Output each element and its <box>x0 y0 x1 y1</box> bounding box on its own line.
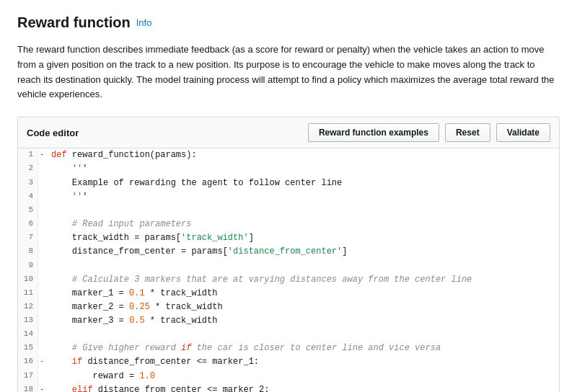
code-content: track_width = params['track_width'] <box>45 231 260 245</box>
code-content: ''' <box>45 162 93 176</box>
code-content: # Read input parameters <box>45 218 197 231</box>
page-container: Reward function Info The reward function… <box>0 0 577 392</box>
code-line: 18- elif distance_from_center <= marker_… <box>18 383 559 392</box>
code-content: elif distance_from_center <= marker_2: <box>45 383 275 392</box>
code-line: 12 marker_2 = 0.25 * track_width <box>18 300 559 314</box>
line-marker <box>38 190 45 204</box>
editor-toolbar: Code editor Reward function examples Res… <box>18 117 559 148</box>
code-content: # Give higher reward if the car is close… <box>45 342 446 355</box>
code-content: Example of rewarding the agent to follow… <box>45 177 348 190</box>
code-line: 4 ''' <box>18 190 559 204</box>
line-number: 8 <box>18 245 38 259</box>
code-content: ''' <box>45 190 93 204</box>
line-number: 13 <box>18 314 38 328</box>
editor-container: Code editor Reward function examples Res… <box>17 117 560 392</box>
code-content <box>45 259 57 273</box>
line-number: 11 <box>18 287 38 300</box>
line-marker: - <box>38 383 45 392</box>
page-title: Reward function <box>17 14 131 31</box>
line-number: 12 <box>18 300 38 314</box>
line-number: 18 <box>18 383 38 392</box>
line-marker <box>38 218 45 231</box>
code-content: reward = 1.0 <box>45 370 161 383</box>
line-marker <box>38 314 45 328</box>
code-line: 3 Example of rewarding the agent to foll… <box>18 177 559 190</box>
line-marker <box>38 259 45 273</box>
line-marker <box>38 177 45 190</box>
line-marker <box>38 328 45 342</box>
code-content: marker_1 = 0.1 * track_width <box>45 287 223 300</box>
line-number: 1 <box>18 148 38 162</box>
line-number: 2 <box>18 162 38 176</box>
code-line: 11 marker_1 = 0.1 * track_width <box>18 287 559 300</box>
code-content: marker_2 = 0.25 * track_width <box>45 300 229 314</box>
line-marker <box>38 231 45 245</box>
toolbar-buttons: Reward function examples Reset Validate <box>308 123 550 142</box>
code-line: 10 # Calculate 3 markers that are at var… <box>18 273 559 287</box>
code-content <box>45 328 57 342</box>
code-line: 13 marker_3 = 0.5 * track_width <box>18 314 559 328</box>
line-marker: - <box>38 148 45 162</box>
validate-button[interactable]: Validate <box>496 123 550 142</box>
editor-label: Code editor <box>27 128 79 138</box>
line-marker <box>38 162 45 176</box>
code-line: 1-def reward_function(params): <box>18 148 559 162</box>
line-marker <box>38 204 45 218</box>
code-line: 7 track_width = params['track_width'] <box>18 231 559 245</box>
code-line: 16- if distance_from_center <= marker_1: <box>18 355 559 369</box>
code-line: 2 ''' <box>18 162 559 176</box>
line-number: 17 <box>18 370 38 383</box>
code-content: # Calculate 3 markers that are at varyin… <box>45 273 477 287</box>
code-content: marker_3 = 0.5 * track_width <box>45 314 223 328</box>
line-number: 5 <box>18 204 38 218</box>
code-line: 14 <box>18 328 559 342</box>
code-line: 8 distance_from_center = params['distanc… <box>18 245 559 259</box>
line-number: 16 <box>18 355 38 369</box>
line-number: 9 <box>18 259 38 273</box>
line-marker <box>38 370 45 383</box>
examples-button[interactable]: Reward function examples <box>308 123 439 142</box>
code-line: 15 # Give higher reward if the car is cl… <box>18 342 559 355</box>
line-number: 10 <box>18 273 38 287</box>
line-number: 3 <box>18 177 38 190</box>
description: The reward function describes immediate … <box>17 43 560 102</box>
code-line: 5 <box>18 204 559 218</box>
line-marker <box>38 273 45 287</box>
line-marker <box>38 287 45 300</box>
code-content <box>45 204 57 218</box>
info-link[interactable]: Info <box>136 17 152 28</box>
line-number: 14 <box>18 328 38 342</box>
reset-button[interactable]: Reset <box>445 123 490 142</box>
code-content: def reward_function(params): <box>45 148 203 162</box>
line-number: 7 <box>18 231 38 245</box>
code-content: distance_from_center = params['distance_… <box>45 245 353 259</box>
line-number: 4 <box>18 190 38 204</box>
line-marker: - <box>38 355 45 369</box>
line-number: 6 <box>18 218 38 231</box>
line-marker <box>38 245 45 259</box>
line-marker <box>38 342 45 355</box>
code-line: 9 <box>18 259 559 273</box>
code-line: 6 # Read input parameters <box>18 218 559 231</box>
page-title-row: Reward function Info <box>17 14 560 31</box>
line-number: 15 <box>18 342 38 355</box>
line-marker <box>38 300 45 314</box>
code-editor[interactable]: 1-def reward_function(params):2 '''3 Exa… <box>18 148 559 392</box>
code-line: 17 reward = 1.0 <box>18 370 559 383</box>
code-content: if distance_from_center <= marker_1: <box>45 355 265 369</box>
